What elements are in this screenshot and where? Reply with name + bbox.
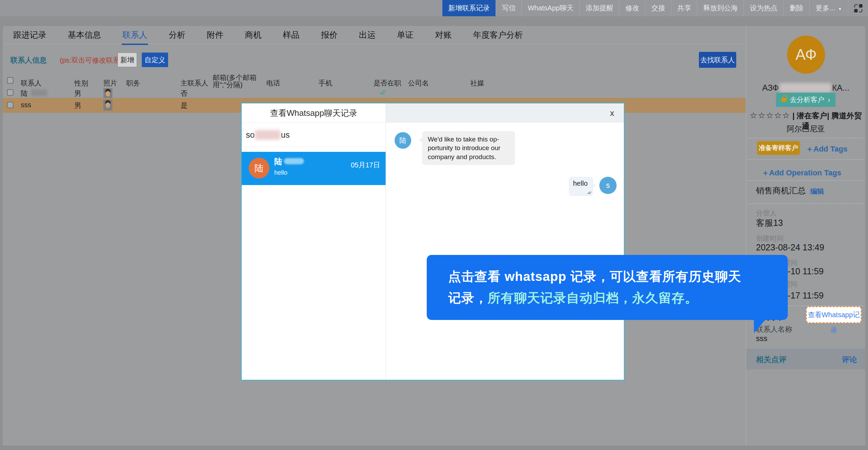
whatsapp-chat-modal: 查看Whatsapp聊天记录 so us 陆 陆 05月17日 hello x … [241,103,625,380]
col-company: 公司名 [408,79,429,88]
outgoing-message-avatar: s [599,177,617,194]
toolbar-button-release-to-public[interactable]: 释放到公海 [697,0,744,16]
tooltip-line1: 点击查看 whatsapp 记录，可以查看所有历史聊天 [448,268,741,285]
contact-photo [103,88,112,98]
contact-name: sss [21,101,31,109]
chat-date: 05月17日 [351,160,380,170]
edit-summary-link[interactable]: 编辑 [810,187,824,196]
redacted-company-blur [779,83,831,93]
toolbar-button-handover[interactable]: 交接 [645,0,671,16]
company-name-suffix: КА... [832,83,849,93]
search-text-prefix: so [246,130,255,140]
toolbar-button-modify[interactable]: 修改 [619,0,645,16]
chat-messages-panel: x 陆 We'd like to take this op- portunity… [386,103,624,380]
toolbar-switch-view-button[interactable] [848,0,868,16]
search-text-suffix: us [281,130,289,140]
select-all-checkbox[interactable] [7,77,13,84]
contact-photo [103,100,112,111]
analyze-label: 去分析客户 [790,95,824,104]
main-contact-flag: 是 [181,101,187,110]
redacted-search-blur [255,130,280,140]
tab-analysis[interactable]: 分析 [169,29,185,40]
dotted-divider [748,159,864,160]
incoming-message-line: portunity to introduce our [428,144,509,152]
add-operation-tags-link[interactable]: ＋Add Operation Tags [761,168,841,178]
contact-gender: 男 [74,89,81,98]
contacts-table-header: 联系人 性别 照片 职务 主联系人 邮箱(多个邮箱用";"分隔) 电话 手机 是… [3,73,746,88]
chat-list-panel: 查看Whatsapp聊天记录 so us 陆 陆 05月17日 hello [242,103,386,380]
more-label: 更多... [815,4,835,12]
customer-tag[interactable]: 准备寄样客户 [757,141,800,155]
star-rating-icons[interactable]: ☆☆☆☆☆ [750,111,791,120]
toolbar-button-delete[interactable]: 删除 [783,0,809,16]
incoming-message-avatar: 陆 [395,132,411,149]
manager-label: 分管人 [756,209,777,218]
customer-avatar: АФ [787,36,825,74]
outgoing-message-text: hello [573,180,588,187]
tooltip-line2: 记录，所有聊天记录自动归档，永久留存。 [448,290,698,307]
redacted-name-blur [31,90,47,96]
tab-opportunities[interactable]: 商机 [245,29,261,40]
dotted-divider [748,203,864,204]
comment-link[interactable]: 评论 [842,355,857,365]
tab-samples[interactable]: 样品 [283,29,299,40]
chat-search-row[interactable]: so us [242,123,386,147]
toolbar-button-write-letter[interactable]: 写信 [496,0,521,16]
tab-contacts[interactable]: 联系人 [122,29,147,40]
sales-opportunity-summary-title: 销售商机汇总 [756,185,806,196]
tab-attachments[interactable]: 附件 [207,29,223,40]
created-time-value: 2023-08-24 13:49 [756,242,824,252]
analyze-customer-button[interactable]: 去分析客户 › [776,93,835,107]
find-contacts-button[interactable]: 去找联系人 [699,52,736,68]
tab-documents[interactable]: 单证 [397,29,414,40]
tooltip-tail [754,319,766,333]
col-gender: 性别 [74,79,88,88]
chat-messages-area: 陆 We'd like to take this op- portunity t… [386,123,624,380]
toolbar-button-more[interactable]: 更多...▼ [809,0,848,16]
toolbar-button-set-hotspot[interactable]: 设为热点 [744,0,783,16]
tab-basic-info[interactable]: 基本信息 [68,29,101,40]
outgoing-message-bubble: hello ✓✓ [569,177,593,196]
add-tags-link[interactable]: ＋Add Tags [806,144,848,154]
chat-list-item-selected[interactable]: 陆 陆 05月17日 hello [242,152,386,185]
tab-quotations[interactable]: 报价 [321,29,338,40]
col-employed: 是否在职 [373,79,401,88]
row-checkbox[interactable] [7,102,13,108]
top-toolbar: 新增联系记录 写信 WhatsApp聊天 添加提醒 修改 交接 共享 释放到公海… [0,0,868,16]
tooltip-line2-highlight: 所有聊天记录自动归档，永久留存。 [488,291,698,305]
company-name: АЗФ КА... [746,83,865,93]
chevron-down-icon: ▼ [838,7,842,11]
tab-annual-analysis[interactable]: 年度客户分析 [473,29,523,40]
detail-tab-bar: 跟进记录 基本信息 联系人 分析 附件 商机 样品 报价 出运 单证 对账 年度… [3,26,746,44]
view-whatsapp-records-button[interactable]: 查看Whatsapp记录 [806,306,861,323]
switch-view-icon [854,4,862,12]
company-name-prefix: АЗФ [762,83,779,93]
toolbar-button-new-contact-record[interactable]: 新增联系记录 [442,0,496,16]
toolbar-button-share[interactable]: 共享 [671,0,697,16]
contact-name: 陆 [21,89,28,98]
tooltip-line2-prefix: 记录， [448,291,488,305]
customer-sidebar: АФ АЗФ КА... 去分析客户 › ☆☆☆☆☆ | 潜在客户| 腾道外贸通… [746,26,865,446]
lock-icon [782,98,786,102]
col-position: 职务 [126,79,140,88]
col-phone: 电话 [266,79,280,88]
close-icon[interactable]: x [610,108,614,119]
toolbar-button-add-reminder[interactable]: 添加提醒 [579,0,619,16]
add-contact-button[interactable]: 新增 [118,53,137,67]
chevron-right-icon: › [828,96,830,104]
whatsapp-check-icon: ✓✓ [379,88,383,97]
row-checkbox[interactable] [7,89,13,96]
col-contact: 联系人 [21,79,41,88]
toolbar-button-whatsapp-chat[interactable]: WhatsApp聊天 [521,0,579,16]
customize-button[interactable]: 自定义 [142,53,168,67]
tab-shipments[interactable]: 出运 [359,29,376,40]
tab-follow-records[interactable]: 跟进记录 [13,29,46,40]
contact-info-title: 联系人信息 [10,55,47,65]
created-time-label: 创建时间 [756,234,784,243]
page-bottom-strip [0,446,868,450]
table-row[interactable]: 陆 男 否 ✓✓ [3,88,746,98]
chat-contact-name: 陆 [274,156,282,167]
chat-last-message: hello [274,169,287,176]
col-photo: 照片 [103,79,117,88]
tab-reconciliation[interactable]: 对账 [435,29,452,40]
